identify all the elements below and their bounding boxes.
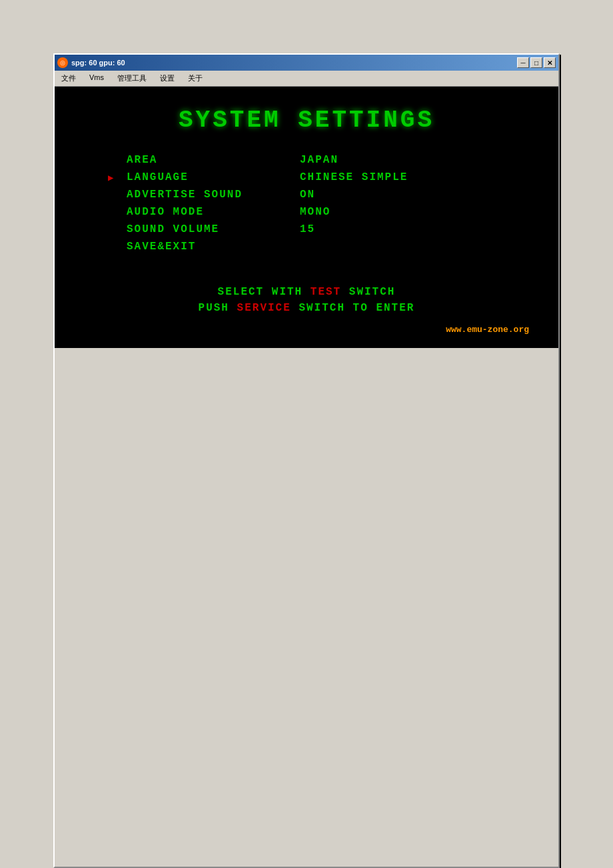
menu-item-about[interactable]: 关于 [184,72,207,85]
row-arrow-advertise-sound [108,189,121,200]
menu-item-tools[interactable]: 管理工具 [113,72,151,85]
instruction-line-1: SELECT WITH TEST SWITCH [81,286,532,298]
watermark-text: www.emu-zone.org [446,325,529,335]
row-value-audio-mode: MONO [300,206,330,218]
minimize-button[interactable]: ─ [517,57,529,68]
title-bar: ◎ spg: 60 gpu: 60 ─ □ ✕ [55,55,558,71]
menu-item-vms[interactable]: Vms [85,72,108,85]
menu-item-file[interactable]: 文件 [57,72,80,85]
instr-1-part-2: SWITCH [341,286,395,298]
row-label-audio-mode: AUDIO MODE [127,206,300,218]
row-label-advertise-sound: ADVERTISE SOUND [127,189,300,201]
row-arrow-save-exit [108,241,121,252]
row-value-advertise-sound: ON [300,189,315,201]
instr-1-part-1: SELECT WITH [218,286,310,298]
window-icon: ◎ [57,57,68,68]
row-value-language: CHINESE SIMPLE [300,171,408,183]
settings-row-advertise-sound: ADVERTISE SOUND ON [108,189,532,201]
instr-2-part-1: PUSH [199,302,237,314]
settings-row-save-exit: SAVE&EXIT [108,241,532,253]
title-bar-left: ◎ spg: 60 gpu: 60 [57,57,125,68]
screen-title: SYSTEM SETTINGS [81,107,532,134]
window-title: spg: 60 gpu: 60 [71,59,125,67]
row-value-sound-volume: 15 [300,223,315,235]
row-label-sound-volume: SOUND VOLUME [127,223,300,235]
row-value-area: JAPAN [300,154,338,166]
watermark: www.emu-zone.org [81,325,532,335]
instr-2-part-2: SWITCH TO ENTER [291,302,415,314]
close-button[interactable]: ✕ [544,57,556,68]
row-arrow-audio-mode [108,207,121,217]
instr-2-highlight: SERVICE [237,302,291,314]
row-label-save-exit: SAVE&EXIT [127,241,300,253]
instruction-line-2: PUSH SERVICE SWITCH TO ENTER [81,302,532,314]
row-arrow-language: ▶ [108,172,121,183]
settings-row-sound-volume: SOUND VOLUME 15 [108,223,532,235]
main-window: ◎ spg: 60 gpu: 60 ─ □ ✕ 文件 Vms 管理工具 设置 关… [53,53,560,868]
menu-item-settings[interactable]: 设置 [156,72,179,85]
desktop: ◎ spg: 60 gpu: 60 ─ □ ✕ 文件 Vms 管理工具 设置 关… [0,0,613,868]
game-screen: SYSTEM SETTINGS AREA JAPAN ▶ LANGUAGE CH… [55,87,558,348]
row-label-language: LANGUAGE [127,171,300,183]
menu-bar: 文件 Vms 管理工具 设置 关于 [55,71,558,87]
maximize-button[interactable]: □ [530,57,542,68]
settings-row-area: AREA JAPAN [108,154,532,166]
row-arrow-sound-volume [108,224,121,235]
settings-table: AREA JAPAN ▶ LANGUAGE CHINESE SIMPLE ADV… [108,154,532,253]
row-label-area: AREA [127,154,300,166]
settings-row-language: ▶ LANGUAGE CHINESE SIMPLE [108,171,532,183]
settings-row-audio-mode: AUDIO MODE MONO [108,206,532,218]
title-buttons: ─ □ ✕ [517,57,556,68]
row-arrow-area [108,155,121,165]
instr-1-highlight: TEST [310,286,341,298]
bottom-instructions: SELECT WITH TEST SWITCH PUSH SERVICE SWI… [81,286,532,325]
